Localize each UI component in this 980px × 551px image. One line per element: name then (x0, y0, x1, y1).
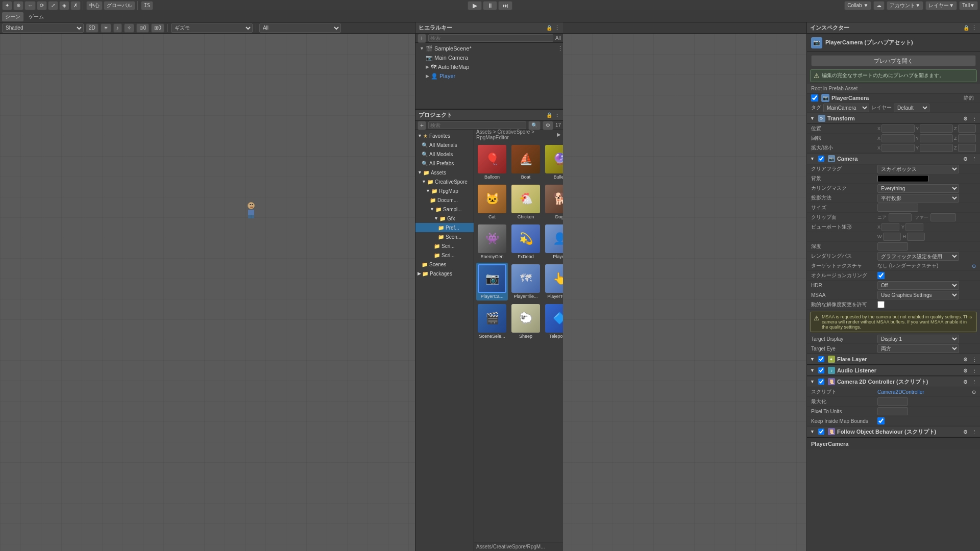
all-filter[interactable]: All (259, 23, 341, 33)
clearflags-select[interactable]: スカイボックス (877, 165, 959, 173)
asset-item-enemygen[interactable]: 👾EnemyGen (476, 223, 508, 261)
pause-button[interactable]: ⏸ (483, 1, 497, 10)
layout-btn[interactable]: Tall▼ (959, 1, 978, 10)
project-assets[interactable]: 🎈Balloon⛵Boat🔮Bullet🐱Cat🐔Chicken🐕Dog👾Ene… (474, 139, 563, 542)
cloud-btn[interactable]: ☁ (873, 1, 885, 10)
culling-select[interactable]: Everything (877, 184, 959, 193)
gizmo-select[interactable]: ギズモ (171, 23, 253, 33)
scene-tab[interactable]: シーン (2, 12, 23, 21)
rot-y[interactable]: 0 (920, 134, 953, 142)
rot-z[interactable]: 0 (958, 134, 976, 142)
2d-btn[interactable]: 2D (86, 23, 99, 33)
hierarchy-more[interactable]: ⋮ (554, 24, 560, 31)
dynres-check[interactable] (877, 301, 885, 308)
scene-canvas[interactable] (0, 34, 806, 551)
transform-settings[interactable]: ⚙ (963, 116, 968, 121)
hierarchy-add-btn[interactable]: + (418, 34, 426, 43)
play-button[interactable]: ▶ (468, 1, 482, 10)
tree-assets[interactable]: ▼ 📁 Assets (415, 168, 474, 177)
account-btn[interactable]: アカウント▼ (887, 1, 923, 10)
asset-item-cat[interactable]: 🐱Cat (476, 183, 508, 221)
tool-scale[interactable]: ⟳ (37, 1, 47, 10)
depth-input[interactable]: -1 (877, 242, 908, 251)
asset-item-fxdead[interactable]: 💫FxDead (510, 223, 542, 261)
tag-select[interactable]: MainCamera (823, 104, 869, 112)
scene-menu[interactable]: ⋮ (557, 45, 563, 52)
pivot-btn[interactable]: 中心 (86, 1, 103, 10)
tree-gfx[interactable]: ▼ 📁 Gfx (415, 214, 474, 223)
cam-enable-check[interactable] (818, 156, 824, 162)
project-more[interactable]: ⋮ (554, 112, 560, 118)
vp-h[interactable]: 1 (907, 233, 925, 241)
follow-settings[interactable]: ⚙ (963, 429, 968, 435)
scale-z[interactable]: 1 (958, 144, 976, 152)
pos-z[interactable]: -10 (958, 124, 976, 133)
shading-select[interactable]: Shaded (2, 23, 84, 33)
space-btn[interactable]: グローバル (104, 1, 135, 10)
asset-item-balloon[interactable]: 🎈Balloon (476, 143, 508, 181)
tree-packages[interactable]: ▶ 📁 Packages (415, 269, 474, 278)
audio-menu[interactable]: ⋮ (972, 368, 977, 373)
flare-settings[interactable]: ⚙ (963, 357, 968, 362)
vp-y[interactable]: 0 (905, 223, 923, 231)
inspector-more[interactable]: ⋮ (971, 24, 977, 31)
tree-scripts2[interactable]: 📁 Scri... (415, 251, 474, 260)
tree-creativespore[interactable]: ▼ 📁 CreativeSpore (415, 177, 474, 186)
asset-item-scenesele[interactable]: 🎬SceneSele... (476, 303, 508, 340)
prefab-open-btn[interactable]: プレハブを開く (811, 55, 976, 66)
far-input[interactable]: 1000 (930, 213, 956, 221)
asset-item-bullet[interactable]: 🔮Bullet (544, 143, 563, 181)
cam2d-max-input[interactable]: 1 (877, 397, 908, 406)
tree-prefabs[interactable]: 📁 Pref... (415, 223, 474, 232)
cam2d-menu[interactable]: ⋮ (972, 379, 977, 385)
tool-custom[interactable]: ✗ (70, 1, 81, 10)
tool-transform[interactable]: ◈ (59, 1, 69, 10)
flare-enable-check[interactable] (818, 356, 824, 362)
proj-select[interactable]: 平行投影 (877, 194, 959, 203)
targettex-link[interactable]: ⊙ (972, 263, 976, 269)
vp-x[interactable]: 0 (881, 223, 899, 231)
rot-x[interactable]: 0 (881, 134, 915, 142)
hierarchy-item-scene[interactable]: ▼ 🎬 SampleScene* ⋮ (415, 44, 563, 53)
flare-menu[interactable]: ⋮ (972, 357, 977, 362)
occlusion-check[interactable] (877, 272, 885, 279)
component-enable-check[interactable] (811, 94, 818, 102)
step-button[interactable]: ⏭ (498, 1, 512, 10)
collab-btn[interactable]: Collab ▼ (844, 1, 871, 10)
pos-y[interactable]: -23.93517 (920, 124, 953, 133)
audio-btn[interactable]: ♪ (113, 23, 122, 33)
bg-color-swatch[interactable] (877, 175, 928, 182)
tool-rotate[interactable]: ↔ (24, 1, 36, 10)
cam2d-keepinside-check[interactable] (877, 417, 885, 424)
tree-favorites[interactable]: ▼ ★ Favorites (415, 131, 474, 140)
tool-rect[interactable]: ⤢ (48, 1, 58, 10)
asset-item-playerc[interactable]: 📷PlayerCa... (476, 263, 508, 300)
game-tab[interactable]: ゲーム (26, 12, 47, 21)
cam2d-enable-check[interactable] (818, 379, 824, 385)
tree-rpgmap[interactable]: ▼ 📁 RpgMap (415, 186, 474, 195)
layers-btn[interactable]: レイヤー▼ (925, 1, 957, 10)
follow-menu[interactable]: ⋮ (972, 429, 977, 435)
hierarchy-item-tilemap[interactable]: ▶ 🗺 AutoTileMap (415, 62, 563, 71)
vp-w[interactable]: 1 (883, 233, 901, 241)
audio-settings[interactable]: ⚙ (963, 368, 968, 373)
tree-scenes2[interactable]: 📁 Scenes (415, 260, 474, 269)
cam2d-pixel-input[interactable]: 100 (877, 407, 908, 415)
asset-item-playert[interactable]: 🗺PlayerTile... (510, 263, 542, 300)
grid-btn[interactable]: ⊞0 (151, 23, 164, 33)
targetdisplay-select[interactable]: Display 1 (877, 335, 959, 343)
asset-item-chicken[interactable]: 🐔Chicken (510, 183, 542, 221)
tree-all-prefabs[interactable]: 🔍 All Prefabs (415, 159, 474, 168)
tool-move[interactable]: ⊕ (13, 1, 23, 10)
targeteye-select[interactable]: 両方 (877, 344, 959, 353)
project-add-btn[interactable]: + (418, 121, 426, 130)
tree-documents[interactable]: 📁 Docum... (415, 195, 474, 205)
tree-all-materials[interactable]: 🔍 All Materials (415, 140, 474, 149)
follow-enable-check[interactable] (818, 429, 824, 435)
asset-item-boat[interactable]: ⛵Boat (510, 143, 542, 181)
asset-item-playertou[interactable]: 👆PlayerTou... (544, 263, 563, 300)
tree-scenes-sub[interactable]: 📁 Scen... (415, 232, 474, 241)
asset-item-sheep[interactable]: 🐑Sheep (510, 303, 542, 340)
audio-enable-check[interactable] (818, 367, 824, 373)
light-btn[interactable]: ☀ (101, 23, 111, 33)
